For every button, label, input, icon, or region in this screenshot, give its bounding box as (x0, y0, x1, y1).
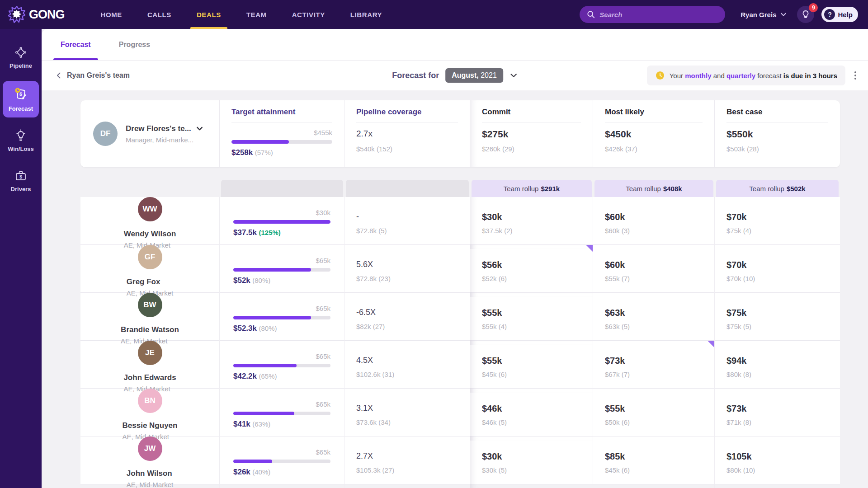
target-attainment-cell[interactable]: $65k $52k (80%) (220, 245, 344, 297)
user-menu[interactable]: Ryan Greis (741, 11, 787, 19)
tab-progress[interactable]: Progress (114, 29, 155, 60)
attained-value: $37.5k (233, 228, 257, 237)
attainment-bar-fill (233, 460, 272, 463)
commit-sub: $260k (29) (482, 145, 581, 153)
commit-value: $46k (482, 404, 581, 414)
column-header-commit: Commit (482, 108, 581, 122)
forecast-icon: $ (13, 86, 28, 102)
attainment-bar-fill (233, 412, 294, 415)
gong-logo[interactable]: GONG (8, 6, 65, 23)
rep-name: Brandie Watson (121, 325, 179, 334)
sidebar-item-winloss[interactable]: Win/Loss (3, 124, 39, 158)
nav-item-team[interactable]: TEAM (234, 0, 279, 29)
rep-profile[interactable]: JE John Edwards AE, Mid-Market (80, 341, 220, 393)
commit-cell[interactable]: $46k $46k (5) (470, 389, 593, 441)
best-case-cell[interactable]: $73k $71k (8) (715, 389, 840, 441)
pipeline-coverage-cell[interactable]: - $72.8k (5) (344, 197, 470, 249)
best-case-cell[interactable]: $70k $75k (4) (715, 197, 840, 249)
best-case-cell[interactable]: $105k $80k (10) (715, 436, 840, 488)
pipeline-coverage-cell[interactable]: -6.5X $82k (27) (344, 293, 470, 345)
most-likely-value: $60k (605, 212, 703, 222)
most-likely-cell[interactable]: $60k $55k (7) (593, 245, 715, 297)
attainment-bar (231, 140, 332, 144)
nav-item-activity[interactable]: ACTIVITY (279, 0, 338, 29)
target-attainment-cell[interactable]: $65k $42.2k (65%) (220, 341, 344, 393)
help-button[interactable]: ? Help (821, 7, 858, 22)
search-input[interactable] (599, 11, 718, 19)
commit-cell[interactable]: $30k $37.5k (2) (470, 197, 593, 249)
tab-forecast[interactable]: Forecast (56, 29, 95, 60)
target-goal: $30k (233, 209, 330, 216)
attained-value: $42.2k (233, 372, 257, 380)
pipeline-coverage-cell[interactable]: 5.6X $72.8k (23) (344, 245, 470, 297)
pipeline-coverage-cell[interactable]: 3.1X $73.6k (34) (344, 389, 470, 441)
attained-pct: (65%) (259, 372, 277, 380)
most-likely-cell[interactable]: $63k $63k (5) (593, 293, 715, 345)
commit-value: $55k (482, 308, 581, 318)
lightbulb-icon (801, 10, 810, 19)
team-profile[interactable]: DF Drew Flores's te... Manager, Mid-mark… (80, 100, 220, 167)
column-header-target: Target attainment (231, 108, 332, 122)
attainment-bar (233, 316, 330, 319)
target-attainment-cell[interactable]: $65k $26k (40%) (220, 436, 344, 488)
target-attainment-cell[interactable]: $30k $37.5k (125%) (220, 197, 344, 249)
most-likely-cell[interactable]: $60k $60k (3) (593, 197, 715, 249)
rep-profile[interactable]: GF Greg Fox AE, Mid-Market (80, 245, 220, 297)
kebab-menu[interactable] (852, 69, 859, 82)
most-likely-cell[interactable]: $55k $50k (6) (593, 389, 715, 441)
sidebar-item-pipeline[interactable]: Pipeline (3, 41, 39, 75)
search-icon (587, 10, 595, 19)
sidebar-item-forecast[interactable]: $ Forecast (3, 81, 39, 117)
commit-cell[interactable]: $56k $52k (6) (470, 245, 593, 297)
column-header-pipeline: Pipeline coverage (356, 108, 458, 122)
rollup-best-case: Team rollup$502k (716, 180, 839, 197)
commit-cell[interactable]: $55k $55k (4) (470, 293, 593, 345)
chevron-down-icon[interactable] (509, 71, 518, 80)
attained-value: $26k (233, 468, 250, 476)
notifications-button[interactable]: 9 (797, 6, 814, 23)
table-row: JE John Edwards AE, Mid-Market $65k $42.… (80, 341, 840, 389)
pipeline-coverage-cell[interactable]: 4.5X $102.6k (31) (344, 341, 470, 393)
coverage-sub: $540k (152) (356, 145, 458, 153)
sidebar-item-label: Pipeline (9, 62, 32, 69)
coverage-sub: $72.8k (5) (356, 227, 458, 235)
rep-profile[interactable]: BW Brandie Watson AE, Mid-Market (80, 293, 220, 345)
commit-sub: $37.5k (2) (482, 227, 581, 235)
best-case-cell[interactable]: $70k $70k (10) (715, 245, 840, 297)
most-likely-cell[interactable]: $85k $45k (6) (593, 436, 715, 488)
best-case-value: $105k (726, 451, 828, 462)
attainment-bar (233, 364, 330, 367)
nav-item-home[interactable]: HOME (88, 0, 135, 29)
search-bar[interactable] (580, 6, 725, 23)
avatar: BW (138, 293, 162, 317)
commit-cell[interactable]: $30k $30k (5) (470, 436, 593, 488)
breadcrumb-back[interactable]: Ryan Greis's team (55, 71, 130, 80)
avatar-initials: BW (143, 300, 156, 310)
commit-cell[interactable]: $55k $45k (6) (470, 341, 593, 393)
rep-profile[interactable]: JW John Wilson AE, Mid-Market (80, 436, 220, 488)
attained-pct: (57%) (255, 149, 273, 156)
period-pill[interactable]: August, 2021 (445, 68, 503, 83)
sidebar-item-drivers[interactable]: $ Drivers (3, 164, 39, 198)
best-case-cell[interactable]: $94k $80k (8) (715, 341, 840, 393)
best-case-cell[interactable]: $75k $75k (5) (715, 293, 840, 345)
most-likely-value: $450k (605, 129, 703, 140)
attainment-bar-fill (233, 220, 330, 224)
pipeline-coverage-cell[interactable]: 2.7X $105.3k (27) (344, 436, 470, 488)
rep-profile[interactable]: BN Bessie Nguyen AE, Mid-Market (80, 389, 220, 441)
quarterly-link[interactable]: quarterly (726, 72, 755, 80)
attainment-bar-fill (233, 316, 311, 319)
target-attainment-cell[interactable]: $65k $52.3k (80%) (220, 293, 344, 345)
best-case-sub: $80k (10) (726, 466, 828, 474)
nav-item-deals[interactable]: DEALS (184, 0, 234, 29)
monthly-link[interactable]: monthly (685, 72, 711, 80)
user-name: Ryan Greis (741, 11, 776, 19)
rep-profile[interactable]: WW Wendy Wilson AE, Mid-Market (80, 197, 220, 249)
chevron-down-icon[interactable] (196, 125, 203, 132)
nav-item-library[interactable]: LIBRARY (338, 0, 395, 29)
avatar: JE (138, 341, 162, 365)
target-attainment-cell[interactable]: $65k $41k (63%) (220, 389, 344, 441)
nav-item-calls[interactable]: CALLS (135, 0, 184, 29)
avatar: WW (138, 197, 162, 221)
most-likely-cell[interactable]: $73k $67k (7) (593, 341, 715, 393)
